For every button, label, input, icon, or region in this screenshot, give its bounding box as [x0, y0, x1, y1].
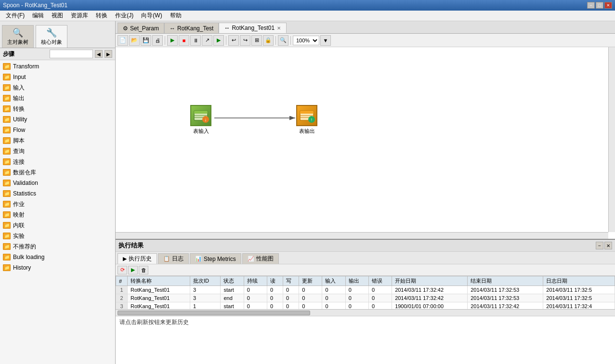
- step-label-output: 表输出: [299, 128, 315, 135]
- table-cell-0-1: RotKang_Test01: [128, 286, 190, 294]
- canvas-btn-dropdown[interactable]: ▼: [320, 35, 331, 46]
- canvas-btn-run[interactable]: ▶: [167, 35, 178, 46]
- table-cell-1-4: 0: [244, 294, 267, 302]
- step-node-output[interactable]: ↑ 表输出: [296, 105, 317, 135]
- tree-item-inline[interactable]: 📁 内联: [0, 220, 115, 231]
- bottom-tool-btn-run[interactable]: ▶: [128, 266, 138, 274]
- tree-item-history[interactable]: 📁 History: [0, 262, 115, 273]
- btab-label-log: 日志: [172, 255, 183, 263]
- tab-main-object[interactable]: 🔍 主对象树: [2, 25, 34, 48]
- bottom-tool-btn-clear[interactable]: 🗑: [139, 266, 148, 274]
- canvas-btn-undo[interactable]: ↩: [228, 35, 239, 46]
- tab-set-param[interactable]: ⚙ Set_Param: [118, 23, 164, 33]
- tree-item-validation[interactable]: 📁 Validation: [0, 178, 115, 188]
- menu-view[interactable]: 视图: [48, 11, 67, 21]
- table-cell-2-11: 1900/01/01 07:00:00: [392, 302, 468, 310]
- tree-item-convert[interactable]: 📁 转换: [0, 104, 115, 114]
- tree-item-experiment[interactable]: 📁 实验: [0, 231, 115, 241]
- menu-job[interactable]: 作业(J): [111, 11, 137, 21]
- menu-edit[interactable]: 编辑: [28, 11, 48, 21]
- step-node-input[interactable]: ↓ 表输入: [190, 105, 211, 135]
- canvas-btn-zoom-in[interactable]: 🔍: [278, 35, 288, 46]
- zoom-select[interactable]: 100%: [293, 36, 319, 45]
- canvas-area[interactable]: ↓ 表输入 ↑ 表输出: [116, 47, 615, 239]
- tab-core-object[interactable]: 🔧 核心对象: [36, 25, 67, 48]
- menu-file[interactable]: 文件(F): [2, 11, 28, 21]
- canvas-btn-save[interactable]: 💾: [141, 35, 151, 46]
- table-row[interactable]: 2RotKang_Test013end00000002014/03/11 17:…: [116, 294, 615, 302]
- canvas-btn-align[interactable]: ⊞: [251, 35, 262, 46]
- canvas-btn-stop[interactable]: ■: [179, 35, 189, 46]
- tree-item-query[interactable]: 📁 查询: [0, 146, 115, 156]
- table-cell-0-12: 2014/03/11 17:32:53: [468, 286, 543, 294]
- menu-transform[interactable]: 转换: [92, 11, 111, 21]
- tree-item-label: 数据仓库: [13, 169, 36, 177]
- folder-icon: 📁: [3, 254, 11, 260]
- table-cell-1-13: 2014/03/11 17:32:5: [543, 294, 615, 302]
- tree-item-script[interactable]: 📁 脚本: [0, 135, 115, 146]
- svg-rect-9: [300, 111, 314, 114]
- canvas-btn-redo[interactable]: ↪: [240, 35, 250, 46]
- steps-nav-prev[interactable]: ◀: [95, 50, 103, 58]
- tree-item-transform[interactable]: 📁 Transform: [0, 61, 115, 72]
- tab-close-rotkang-test01[interactable]: ✕: [276, 26, 281, 31]
- table-cell-2-9: 0: [345, 302, 368, 310]
- tree-item-job[interactable]: 📁 作业: [0, 199, 115, 209]
- canvas-scrollbar-vertical[interactable]: [608, 47, 615, 232]
- results-table: # 转换名称 批次ID 状态 持续 读 写 更新 输入 输出 错误 开始日期: [116, 276, 615, 309]
- bottom-tool-btn-refresh-red[interactable]: ⟳: [118, 266, 127, 274]
- col-header-end-date: 结束日期: [468, 276, 543, 286]
- canvas-btn-step-run[interactable]: ↗: [202, 35, 212, 46]
- col-header-num: #: [116, 276, 128, 286]
- tree-item-input-cn[interactable]: 📁 输入: [0, 82, 115, 93]
- tree-item-statistics[interactable]: 📁 Statistics: [0, 188, 115, 199]
- bottom-toolbar: ⟳ ▶ 🗑: [116, 264, 615, 276]
- tree-item-input-en[interactable]: 📁 Input: [0, 72, 115, 82]
- close-button[interactable]: ✕: [604, 2, 612, 9]
- folder-icon: 📁: [3, 95, 11, 102]
- tree-item-utility[interactable]: 📁 Utility: [0, 114, 115, 125]
- steps-title: 步骤: [3, 50, 48, 58]
- tree-item-connect[interactable]: 📁 连接: [0, 156, 115, 167]
- btab-execution-history[interactable]: ▶ 执行历史: [118, 253, 157, 264]
- btab-label-performance: 性能图: [256, 255, 274, 263]
- canvas-btn-lock[interactable]: 🔒: [263, 35, 274, 46]
- menu-help[interactable]: 帮助: [166, 11, 185, 21]
- canvas-btn-new[interactable]: 📄: [118, 35, 128, 46]
- canvas-btn-pause[interactable]: ⏸: [190, 35, 201, 46]
- table-cell-2-4: 0: [244, 302, 267, 310]
- bottom-panel-minimize[interactable]: −: [596, 242, 603, 249]
- results-scrollbar-h[interactable]: [116, 309, 615, 316]
- maximize-button[interactable]: □: [596, 2, 603, 9]
- canvas-scrollbar-horizontal[interactable]: [116, 232, 608, 239]
- menu-resource[interactable]: 资源库: [67, 11, 92, 21]
- table-row[interactable]: 1RotKang_Test013start00000002014/03/11 1…: [116, 286, 615, 294]
- canvas-btn-preview[interactable]: ▶: [213, 35, 224, 46]
- bottom-panel-header: 执行结果 − ✕: [116, 240, 615, 252]
- tree-item-datawarehouse[interactable]: 📁 数据仓库: [0, 167, 115, 178]
- btab-performance-chart[interactable]: 📈 性能图: [242, 253, 279, 264]
- table-cell-0-5: 0: [267, 286, 283, 294]
- tree-item-label: Bulk loading: [13, 254, 44, 260]
- bottom-panel-close[interactable]: ✕: [604, 242, 612, 249]
- results-table-container[interactable]: # 转换名称 批次ID 状态 持续 读 写 更新 输入 输出 错误 开始日期: [116, 276, 615, 309]
- tab-rotkang-test01[interactable]: ↔ RotKang_Test01 ✕: [219, 23, 287, 33]
- steps-search-input[interactable]: [50, 50, 93, 58]
- tab-rotkang-test[interactable]: ↔ RotKang_Test: [164, 23, 219, 33]
- canvas-svg: [116, 47, 615, 239]
- tree-item-deprecated[interactable]: 📁 不推荐的: [0, 241, 115, 252]
- steps-nav-next[interactable]: ▶: [105, 50, 112, 58]
- table-row[interactable]: 3RotKang_Test011start00000001900/01/01 0…: [116, 302, 615, 310]
- btab-log[interactable]: 📋 日志: [158, 253, 189, 264]
- tree-item-mapping[interactable]: 📁 映射: [0, 209, 115, 220]
- canvas-btn-print[interactable]: 🖨: [152, 35, 163, 46]
- tree-item-output-cn[interactable]: 📁 输出: [0, 93, 115, 104]
- menu-wizard[interactable]: 向导(W): [137, 11, 166, 21]
- tree-item-bulk-loading[interactable]: 📁 Bulk loading: [0, 252, 115, 262]
- btab-step-metrics[interactable]: 📊 Step Metrics: [190, 253, 241, 264]
- tree-item-flow[interactable]: 📁 Flow: [0, 125, 115, 135]
- canvas-btn-open[interactable]: 📂: [129, 35, 140, 46]
- tree-item-label: Utility: [13, 116, 27, 123]
- folder-icon: 📁: [3, 158, 11, 165]
- minimize-button[interactable]: −: [587, 2, 595, 9]
